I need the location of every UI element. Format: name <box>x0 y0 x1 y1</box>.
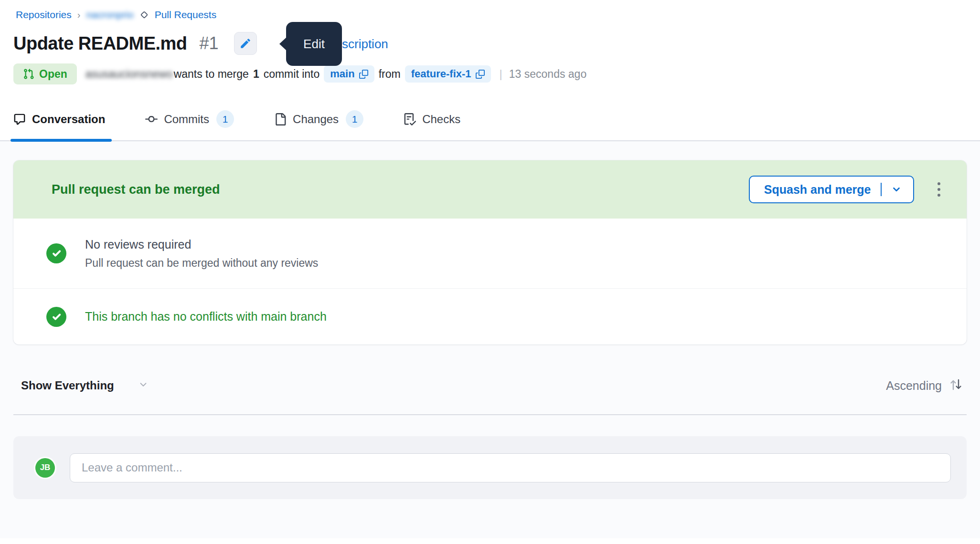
breadcrumb-separator: › <box>77 10 81 21</box>
timeline-filter-dropdown[interactable]: Show Everything <box>21 379 149 392</box>
breadcrumb-pull-requests-link[interactable]: Pull Requests <box>155 9 217 21</box>
check-row-reviews: No reviews required Pull request can be … <box>13 219 967 288</box>
breadcrumb-repositories-link[interactable]: Repositories <box>16 9 72 21</box>
diamond-icon <box>139 10 149 20</box>
merge-banner-title: Pull request can be merged <box>52 182 749 197</box>
merge-sentence: wants to merge 1 commit into main from f… <box>174 65 491 83</box>
merge-options-kebab-button[interactable] <box>928 176 949 203</box>
copy-icon[interactable] <box>359 70 368 79</box>
pr-number: #1 <box>200 33 219 53</box>
pr-tabbar: Conversation Commits 1 Changes 1 Checks <box>0 107 980 141</box>
chevron-down-icon <box>138 379 149 392</box>
created-time-ago: 13 seconds ago <box>509 68 586 81</box>
comment-icon <box>13 113 26 126</box>
copy-icon[interactable] <box>476 70 485 79</box>
tab-checks-label: Checks <box>422 113 460 126</box>
pr-header: Repositories › nacronprio Pull Requests … <box>0 0 980 84</box>
tab-commits-label: Commits <box>164 113 209 126</box>
tab-changes-count: 1 <box>346 110 363 128</box>
title-row: Update README.md #1 Edit scription <box>13 31 967 55</box>
timeline-divider <box>13 414 967 415</box>
edit-tooltip: Edit <box>286 22 342 66</box>
tab-conversation[interactable]: Conversation <box>13 107 105 140</box>
check-circle-icon <box>46 243 66 263</box>
head-branch-badge[interactable]: feature-fix-1 <box>405 65 491 83</box>
tab-conversation-label: Conversation <box>32 113 105 126</box>
merge-status-card: Pull request can be merged Squash and me… <box>13 160 967 345</box>
commit-count: 1 <box>253 68 259 81</box>
check-title-no-conflicts: This branch has no conflicts with main b… <box>85 310 327 324</box>
tab-checks[interactable]: Checks <box>404 107 460 140</box>
check-circle-icon <box>46 307 66 327</box>
merge-text-middle: commit into <box>264 68 320 81</box>
new-comment-box: JB <box>13 436 967 499</box>
breadcrumb-repo-name-redacted[interactable]: nacronprio <box>86 9 133 21</box>
subtitle-divider: | <box>500 67 502 81</box>
base-branch-label: main <box>330 68 354 80</box>
pencil-icon <box>239 37 252 50</box>
timeline-sort-toggle[interactable]: Ascending <box>886 377 963 394</box>
breadcrumb: Repositories › nacronprio Pull Requests <box>13 8 967 22</box>
base-branch-badge[interactable]: main <box>324 65 374 83</box>
checklist-icon <box>404 113 416 126</box>
pr-status-row: Open asusaucionsnewo wants to merge 1 co… <box>13 63 967 84</box>
edit-title-button[interactable] <box>234 32 257 55</box>
tab-commits-count: 1 <box>216 110 234 128</box>
tab-changes[interactable]: Changes 1 <box>274 107 363 140</box>
comment-input[interactable] <box>70 453 951 482</box>
status-badge-label: Open <box>39 68 67 81</box>
tab-commits[interactable]: Commits 1 <box>145 107 234 140</box>
from-label: from <box>379 68 401 81</box>
squash-and-merge-label: Squash and merge <box>764 183 871 197</box>
merge-text-before: wants to merge <box>174 68 249 81</box>
merge-banner: Pull request can be merged Squash and me… <box>13 160 967 219</box>
git-pull-request-icon <box>23 68 34 80</box>
merge-button-divider <box>881 183 882 196</box>
author-name-redacted: asusaucionsnewo <box>85 68 173 81</box>
chevron-down-icon[interactable] <box>891 184 902 195</box>
git-commit-icon <box>145 113 158 126</box>
check-title-no-reviews: No reviews required <box>85 238 318 251</box>
check-subtitle-no-reviews: Pull request can be merged without any r… <box>85 257 318 270</box>
tab-changes-label: Changes <box>293 113 339 126</box>
timeline-sort-label: Ascending <box>886 379 942 393</box>
head-branch-label: feature-fix-1 <box>411 68 471 80</box>
timeline-controls: Show Everything Ascending <box>13 375 967 396</box>
pr-content: Pull request can be merged Squash and me… <box>0 141 980 538</box>
pr-title: Update README.md <box>13 33 187 54</box>
check-row-conflicts: This branch has no conflicts with main b… <box>13 288 967 345</box>
status-badge: Open <box>13 63 77 84</box>
squash-and-merge-button[interactable]: Squash and merge <box>749 176 914 203</box>
description-link-fragment[interactable]: scription <box>342 37 388 52</box>
file-diff-icon <box>274 113 287 126</box>
timeline-filter-label: Show Everything <box>21 379 114 392</box>
avatar: JB <box>35 458 55 478</box>
sort-arrows-icon <box>948 377 963 394</box>
